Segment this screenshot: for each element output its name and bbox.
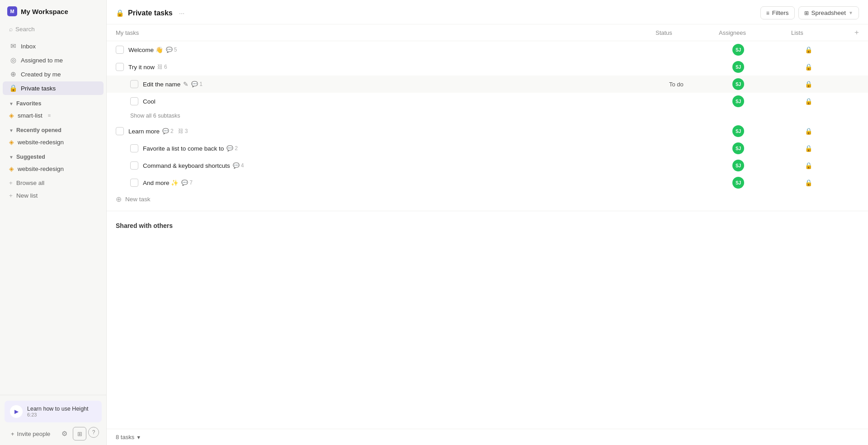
task-row-keyboard-shortcuts[interactable]: Command & keyboard shortcuts 💬 4 SJ 🔒 bbox=[107, 157, 868, 174]
task-assignee-favorite-list: SJ bbox=[732, 142, 805, 154]
workspace-header[interactable]: M My Workspace bbox=[0, 0, 106, 21]
task-name-keyboard-shortcuts: Command & keyboard shortcuts 💬 4 bbox=[143, 162, 669, 169]
play-icon: ▶ bbox=[10, 405, 23, 418]
task-row-favorite-list[interactable]: Favorite a list to come back to 💬 2 SJ 🔒 bbox=[107, 140, 868, 157]
favorites-section-header[interactable]: ▼ Favorites bbox=[3, 97, 104, 109]
suggested-section-header[interactable]: ▼ Suggested bbox=[3, 150, 104, 162]
task-name-and-more: And more ✨ 💬 7 bbox=[143, 179, 669, 186]
task-meta-learn-more: 💬 2 ⛓ 3 bbox=[162, 128, 188, 134]
task-meta-favorite: 💬 2 bbox=[226, 145, 238, 151]
help-button[interactable]: ? bbox=[88, 427, 99, 438]
new-task-row[interactable]: ⊕ New task bbox=[107, 191, 868, 207]
task-meta-keyboard: 💬 4 bbox=[233, 162, 244, 169]
task-checkbox-and-more[interactable] bbox=[130, 179, 138, 187]
person-plus-icon: ⊕ bbox=[9, 70, 17, 78]
task-assignee-keyboard-shortcuts: SJ bbox=[732, 160, 805, 171]
diamond-icon-3: ◈ bbox=[9, 165, 14, 172]
task-row-welcome[interactable]: Welcome 👋 💬 5 SJ 🔒 bbox=[107, 41, 868, 58]
sidebar-item-created[interactable]: ⊕ Created by me bbox=[3, 67, 104, 81]
comment-meta-edit: 💬 1 bbox=[191, 81, 203, 87]
avatar-keyboard-shortcuts: SJ bbox=[732, 160, 744, 171]
task-row-and-more[interactable]: And more ✨ 💬 7 SJ 🔒 bbox=[107, 174, 868, 191]
show-subtasks-button[interactable]: Show all 6 subtasks bbox=[130, 113, 180, 119]
link-meta: ⛓ 6 bbox=[157, 64, 167, 70]
task-assignee-cool: SJ bbox=[732, 95, 805, 107]
task-name-cool: Cool bbox=[143, 98, 669, 105]
search-icon: ⌕ bbox=[9, 25, 13, 33]
more-button[interactable]: ··· bbox=[179, 9, 185, 17]
settings-button[interactable]: ⚙ bbox=[57, 427, 71, 440]
task-row-edit-name[interactable]: Edit the name ✎ 💬 1 To do SJ 🔒 bbox=[107, 76, 868, 93]
favorites-label: Favorites bbox=[16, 100, 42, 107]
link-meta-learn: ⛓ 3 bbox=[178, 128, 188, 134]
sidebar-item-website-redesign-2[interactable]: ◈ website-redesign bbox=[3, 162, 104, 175]
comment-meta-and-more: 💬 7 bbox=[181, 180, 193, 186]
task-checkbox-edit-name[interactable] bbox=[130, 80, 138, 88]
workspace-icon: M bbox=[7, 6, 17, 16]
task-name-learn-more: Learn more 💬 2 ⛓ 3 bbox=[128, 128, 669, 135]
task-meta-try-it-now: ⛓ 6 bbox=[157, 64, 167, 70]
task-lists-cool: 🔒 bbox=[805, 98, 859, 105]
comment-icon-5: 💬 bbox=[233, 162, 240, 169]
task-checkbox-try-it-now[interactable] bbox=[116, 63, 124, 71]
task-count-button[interactable]: 8 tasks ▼ bbox=[116, 434, 141, 440]
recently-opened-label: Recently opened bbox=[16, 127, 61, 133]
task-name-welcome: Welcome 👋 💬 5 bbox=[128, 46, 669, 53]
link-icon-2: ⛓ bbox=[178, 128, 184, 134]
task-meta-and-more: 💬 7 bbox=[181, 180, 193, 186]
task-row-try-it-now[interactable]: Try it now ⛓ 6 SJ 🔒 bbox=[107, 58, 868, 76]
table-container: My tasks Status Assignees Lists + Welcom… bbox=[107, 24, 868, 429]
sidebar-item-private-label: Private tasks bbox=[21, 85, 56, 92]
search-label: Search bbox=[15, 26, 35, 33]
task-lists-learn-more: 🔒 bbox=[805, 128, 859, 135]
learn-title: Learn how to use Height bbox=[27, 406, 89, 412]
task-row-cool[interactable]: Cool SJ 🔒 bbox=[107, 93, 868, 110]
sidebar-item-smart-list[interactable]: ◈ smart-list ≡ bbox=[3, 109, 104, 122]
task-lists-try-it-now: 🔒 bbox=[805, 63, 859, 71]
sidebar-item-private[interactable]: 🔒 Private tasks bbox=[3, 81, 104, 95]
task-checkbox-favorite-list[interactable] bbox=[130, 144, 138, 152]
invite-plus-icon: + bbox=[11, 431, 14, 437]
task-checkbox-cool[interactable] bbox=[130, 97, 138, 105]
sidebar-item-inbox[interactable]: ✉ Inbox bbox=[3, 39, 104, 53]
comment-icon-6: 💬 bbox=[181, 180, 188, 186]
sidebar-item-assigned[interactable]: ◎ Assigned to me bbox=[3, 53, 104, 67]
sidebar-item-website-redesign-2-label: website-redesign bbox=[18, 166, 64, 172]
col-task-header: My tasks bbox=[116, 29, 656, 36]
col-lists-header: Lists bbox=[791, 29, 845, 36]
workspace-label: My Workspace bbox=[21, 8, 68, 15]
new-list-button[interactable]: + New list bbox=[3, 189, 104, 202]
comment-meta: 💬 5 bbox=[166, 47, 177, 53]
sidebar-bottom-icons: ⚙ ⊞ ? bbox=[57, 427, 99, 440]
spreadsheet-button[interactable]: ⊞ Spreadsheet ▼ bbox=[798, 6, 859, 19]
learn-banner[interactable]: ▶ Learn how to use Height 6:23 bbox=[5, 401, 102, 422]
comment-meta-keyboard: 💬 4 bbox=[233, 162, 244, 169]
task-assignee-try-it-now: SJ bbox=[732, 61, 805, 73]
avatar-welcome: SJ bbox=[732, 44, 744, 56]
table-footer: 8 tasks ▼ bbox=[107, 429, 868, 445]
filters-button[interactable]: ≡ Filters bbox=[760, 6, 795, 19]
comment-icon: 💬 bbox=[166, 47, 173, 53]
sidebar-item-inbox-label: Inbox bbox=[21, 43, 36, 50]
search-button[interactable]: ⌕ Search bbox=[5, 23, 102, 35]
shared-section-label: Shared with others bbox=[116, 222, 173, 229]
task-checkbox-welcome[interactable] bbox=[116, 46, 124, 54]
task-checkbox-keyboard-shortcuts[interactable] bbox=[130, 161, 138, 170]
col-assignees-header: Assignees bbox=[719, 29, 791, 36]
task-row-learn-more[interactable]: Learn more 💬 2 ⛓ 3 SJ 🔒 bbox=[107, 123, 868, 140]
new-window-button[interactable]: ⊞ bbox=[73, 427, 86, 440]
task-checkbox-learn-more[interactable] bbox=[116, 127, 124, 135]
add-column-button[interactable]: + bbox=[845, 28, 859, 37]
sidebar-item-website-redesign[interactable]: ◈ website-redesign bbox=[3, 136, 104, 148]
comment-icon-2: 💬 bbox=[191, 81, 198, 87]
new-list-label: New list bbox=[16, 192, 38, 199]
task-name-try-it-now: Try it now ⛓ 6 bbox=[128, 64, 669, 71]
new-list-plus-icon: + bbox=[9, 192, 13, 199]
task-meta-welcome: 💬 5 bbox=[166, 47, 177, 53]
invite-people-button[interactable]: + Invite people bbox=[7, 428, 54, 440]
shared-section: Shared with others bbox=[107, 211, 868, 233]
sidebar-action-bar: + Invite people ⚙ ⊞ ? bbox=[5, 427, 102, 440]
browse-all-button[interactable]: + Browse all bbox=[3, 177, 104, 189]
task-count-label: 8 tasks bbox=[116, 434, 134, 440]
recently-opened-section-header[interactable]: ▼ Recently opened bbox=[3, 123, 104, 135]
